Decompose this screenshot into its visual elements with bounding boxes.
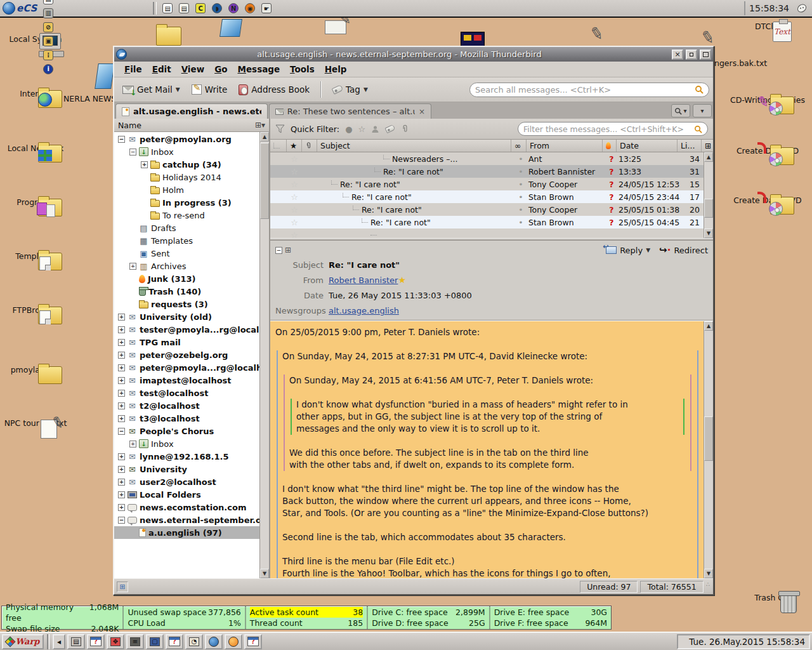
expander-icon[interactable]: + bbox=[118, 479, 125, 486]
expander-icon[interactable]: + bbox=[129, 441, 136, 448]
menu-edit[interactable]: Edit bbox=[147, 63, 176, 76]
notes-icon[interactable]: ▤ bbox=[176, 1, 192, 15]
folder-item[interactable]: +t3@localhost bbox=[114, 412, 259, 425]
scroll-left-button[interactable]: ◂ bbox=[53, 634, 65, 649]
junk-indicator[interactable]: ? bbox=[605, 180, 619, 189]
folder-monitor-icon[interactable]: ▣ bbox=[41, 34, 56, 48]
tab-list-dropdown[interactable]: ▾ bbox=[693, 104, 712, 117]
collapse-header-icon[interactable]: − bbox=[275, 247, 282, 254]
desktop-icon-internet[interactable]: Internet bbox=[0, 86, 74, 98]
pencil-icon-2[interactable]: ✎ bbox=[699, 27, 717, 48]
task-button[interactable]: ◔ bbox=[185, 634, 203, 649]
scroll-down-icon[interactable]: ▼ bbox=[704, 569, 713, 578]
menu-tools[interactable]: Tools bbox=[285, 63, 320, 76]
task-button[interactable] bbox=[225, 634, 242, 649]
folder-item[interactable]: +lynne@192.168.1.5 bbox=[114, 450, 259, 463]
junk-indicator[interactable]: ? bbox=[605, 154, 619, 164]
filter-starred-icon[interactable]: ☆ bbox=[358, 124, 366, 134]
folder-item[interactable]: Sent bbox=[114, 247, 259, 260]
global-search-input[interactable]: Search all messages... <Ctrl+K> bbox=[469, 83, 709, 97]
star-icon[interactable]: ☆ bbox=[287, 205, 302, 215]
folder-item[interactable]: Holm bbox=[114, 183, 259, 196]
task-button[interactable] bbox=[205, 634, 223, 649]
message-row[interactable]: ☆Re: "I care not"•Stan Brown?25/05/15 04… bbox=[270, 216, 704, 229]
folder-item[interactable]: +user2@localhost bbox=[114, 475, 259, 488]
trash-can[interactable]: Trash Can bbox=[736, 590, 812, 602]
window-list-icon[interactable]: ▤ bbox=[41, 0, 56, 6]
folder-item[interactable]: Drafts bbox=[114, 222, 259, 234]
expander-icon[interactable]: + bbox=[118, 377, 125, 384]
read-indicator[interactable]: • bbox=[513, 218, 528, 227]
folder-item[interactable]: Trash (140) bbox=[114, 285, 259, 298]
folder-scrollbar[interactable]: ▲ ▼ bbox=[259, 132, 269, 578]
filter-contact-icon[interactable] bbox=[371, 125, 379, 133]
message-from-link[interactable]: Robert Bannister bbox=[329, 275, 398, 285]
desktop-icon-programs[interactable]: Programs bbox=[0, 195, 74, 207]
newsgroups-link[interactable]: alt.usage.english bbox=[329, 306, 399, 315]
filter-tag-icon[interactable] bbox=[385, 124, 396, 133]
mail-pencil-icon[interactable] bbox=[325, 20, 346, 34]
folder-traffic-icon[interactable]: ⋮ bbox=[41, 48, 56, 62]
expander-icon[interactable]: − bbox=[129, 149, 136, 156]
write-button[interactable]: Write bbox=[187, 82, 232, 97]
body-scrollbar[interactable]: ▲ ▼ bbox=[704, 321, 713, 578]
warp-start-button[interactable]: Warp bbox=[2, 634, 44, 649]
expander-icon[interactable]: + bbox=[118, 491, 125, 498]
tab-close-icon[interactable]: × bbox=[419, 107, 425, 116]
maximize-button[interactable] bbox=[700, 50, 711, 60]
message-row[interactable]: ☆Newsreaders –...•Ant?13:2534 bbox=[270, 152, 704, 165]
message-row[interactable]: ☆Re: "I care not"•Tony Cooper?25/05/15 0… bbox=[270, 203, 704, 216]
header-picker-icon[interactable]: ⊞ bbox=[285, 246, 291, 255]
message-list-header[interactable]: ★ Subject ∞ From Date Li... ⊞ bbox=[270, 140, 713, 152]
task-button[interactable]: ✥ bbox=[107, 634, 124, 649]
tab-newsgroup[interactable]: alt.usage.english - news.etern... bbox=[115, 103, 268, 119]
expander-icon[interactable]: + bbox=[118, 415, 125, 422]
filter-unread-icon[interactable]: ● bbox=[345, 124, 352, 134]
junk-indicator[interactable]: ? bbox=[605, 218, 619, 227]
folder-item[interactable]: +peter@pmoyla...rg@localhost bbox=[114, 361, 259, 374]
junk-indicator[interactable]: ? bbox=[605, 167, 619, 176]
folder-item[interactable]: −news.eternal-september.org bbox=[114, 514, 259, 526]
resize-grip[interactable]: ∴ bbox=[706, 581, 710, 593]
window-list-icon[interactable]: ▤ bbox=[160, 1, 175, 15]
menu-message[interactable]: Message bbox=[233, 63, 285, 76]
read-indicator[interactable]: • bbox=[513, 167, 528, 176]
star-icon[interactable]: ☆ bbox=[287, 154, 302, 164]
quick-filter-input[interactable]: Filter these messages... <Ctrl+Shift+K> bbox=[518, 122, 708, 136]
expander-icon[interactable]: + bbox=[118, 326, 125, 333]
firefox-icon[interactable]: ◉ bbox=[242, 1, 258, 15]
contact-star-icon[interactable]: ★ bbox=[398, 275, 406, 285]
tab-search-button[interactable]: ▾ bbox=[671, 104, 690, 117]
read-indicator[interactable]: • bbox=[513, 192, 528, 202]
folder-item[interactable]: Junk (313) bbox=[114, 272, 259, 285]
folder-item[interactable]: +test@localhost bbox=[114, 387, 259, 399]
scroll-down-icon[interactable]: ▼ bbox=[704, 229, 713, 238]
desktop-icon-create-data-cd[interactable]: Create Data-CD bbox=[730, 143, 806, 156]
nvu-icon[interactable]: N bbox=[226, 1, 241, 15]
desktop-icon-local-system[interactable]: Local System bbox=[0, 32, 74, 44]
menu-go[interactable]: Go bbox=[209, 63, 232, 76]
star-icon[interactable]: ☆ bbox=[287, 180, 302, 189]
folder-item[interactable]: +catchup (34) bbox=[114, 158, 259, 171]
desktop-icon-npc-tour-list-txt[interactable]: ✎NPC tour list.txt bbox=[0, 416, 74, 428]
star-icon[interactable]: ☆ bbox=[287, 167, 302, 176]
expander-icon[interactable]: + bbox=[118, 339, 125, 346]
blue-document-icon[interactable] bbox=[219, 19, 242, 37]
folder-item[interactable]: Holidays 2014 bbox=[114, 171, 259, 183]
column-picker-icon[interactable]: ⊞▾ bbox=[255, 121, 265, 129]
status-grip-icon[interactable]: ⊞ bbox=[117, 581, 128, 592]
scroll-up-icon[interactable]: ▲ bbox=[704, 321, 713, 331]
filter-attachment-icon[interactable] bbox=[401, 124, 409, 133]
task-button[interactable]: ▤ bbox=[67, 634, 85, 649]
redirect-button[interactable]: ↪· Redirect bbox=[659, 244, 708, 256]
folder-item[interactable]: +Local Folders bbox=[114, 488, 259, 501]
folder-item[interactable]: −Inbox bbox=[114, 145, 259, 158]
folder-warning-icon[interactable]: ⊘ bbox=[41, 20, 56, 34]
star-icon[interactable]: ☆ bbox=[287, 192, 302, 202]
task-button[interactable]: ≡ bbox=[126, 634, 144, 649]
expander-icon[interactable]: + bbox=[118, 352, 125, 359]
desktop-icon-dtclip[interactable]: TextDTClip bbox=[730, 19, 806, 31]
desktop-icon-create-data-dvd[interactable]: Create Data-DVD bbox=[730, 193, 806, 205]
message-row[interactable]: ☆Re: "I care not"•Robert Bannister?13:33… bbox=[270, 165, 704, 178]
title-bar[interactable]: alt.usage.english - news.eternal-septemb… bbox=[114, 47, 713, 62]
